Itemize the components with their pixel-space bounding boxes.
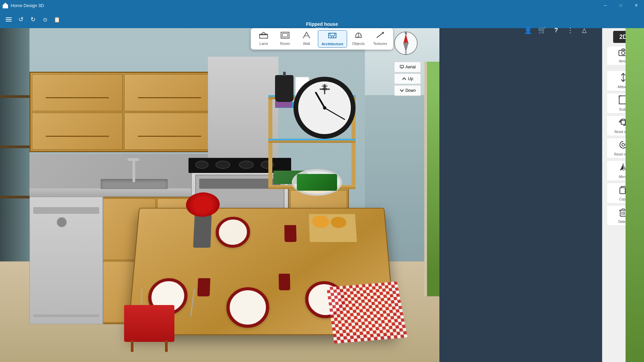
tool-textures[interactable]: Textures bbox=[370, 30, 391, 48]
veggies-plate bbox=[292, 169, 342, 196]
svg-marker-1 bbox=[2, 3, 8, 5]
outdoor-view bbox=[626, 28, 644, 362]
cup-1 bbox=[197, 278, 210, 296]
compass: N S bbox=[394, 32, 421, 58]
plate-2 bbox=[226, 287, 269, 328]
room-icon bbox=[280, 32, 290, 41]
compass-n-label: N bbox=[405, 32, 407, 35]
left-shelf-1 bbox=[0, 95, 30, 98]
compass-s-label: S bbox=[405, 51, 407, 55]
aerial-button[interactable]: Aerial bbox=[394, 62, 421, 72]
main-3d-view[interactable]: N S Aerial Up Down bbox=[0, 28, 439, 362]
app-icon bbox=[2, 2, 9, 9]
cabinet-door-3 bbox=[32, 113, 123, 150]
cabinet-door-1 bbox=[32, 74, 123, 111]
tool-land-label: Land bbox=[260, 42, 268, 46]
blue-shelf-accent-2 bbox=[268, 139, 356, 140]
land-icon bbox=[259, 32, 268, 41]
svg-marker-28 bbox=[620, 164, 623, 171]
paste-button[interactable]: 📋 bbox=[52, 14, 62, 25]
window-right bbox=[424, 62, 439, 296]
wall-icon bbox=[302, 32, 311, 41]
tool-architecture[interactable]: Architecture bbox=[318, 30, 347, 48]
users-button[interactable]: 👤 bbox=[522, 24, 534, 36]
cup-2 bbox=[279, 274, 290, 290]
upper-cabinets bbox=[30, 72, 217, 152]
tool-room[interactable]: Room bbox=[275, 30, 295, 48]
tool-wall[interactable]: Wall bbox=[297, 30, 317, 48]
tool-architecture-label: Architecture bbox=[322, 42, 343, 46]
undo-button[interactable]: ↺ bbox=[15, 14, 26, 25]
tool-objects-label: Objects bbox=[352, 42, 365, 46]
cart-button[interactable]: 🛒 bbox=[536, 24, 548, 36]
svg-line-13 bbox=[377, 33, 383, 38]
center-toolbar: Land Room Wall Architecture bbox=[251, 28, 393, 50]
objects-icon bbox=[354, 32, 363, 41]
red-stool bbox=[124, 305, 174, 342]
main-toolbar: ↺ ↻ ⊙ 📋 Flipped house 2763 ft² 👤 🛒 ? ⋮ △ bbox=[0, 11, 644, 28]
aerial-label: Aerial bbox=[406, 65, 416, 69]
svg-point-18 bbox=[622, 51, 625, 55]
expand-button[interactable]: △ bbox=[578, 24, 590, 36]
compass-circle: N S bbox=[394, 32, 418, 55]
minimize-button[interactable]: ─ bbox=[598, 0, 613, 11]
up-button[interactable]: Up bbox=[394, 73, 421, 84]
app-title: Home Design 3D bbox=[11, 3, 44, 8]
architecture-icon bbox=[328, 32, 337, 41]
3d-scene: N S Aerial Up Down bbox=[0, 28, 439, 362]
svg-rect-0 bbox=[3, 5, 8, 8]
more-options-button[interactable]: ⋮ bbox=[564, 24, 576, 36]
svg-point-14 bbox=[382, 32, 384, 34]
cabinet-door-4 bbox=[124, 113, 215, 150]
title-bar-controls: ─ □ ✕ bbox=[598, 0, 644, 11]
plate-4 bbox=[215, 217, 250, 248]
svg-rect-5 bbox=[282, 34, 288, 37]
tool-room-label: Room bbox=[280, 42, 290, 46]
svg-point-26 bbox=[622, 143, 625, 146]
menu-button[interactable] bbox=[3, 14, 14, 25]
project-name: Flipped house bbox=[306, 21, 338, 27]
tool-textures-label: Textures bbox=[373, 42, 387, 46]
history-button[interactable]: ⊙ bbox=[40, 14, 50, 25]
kettle bbox=[275, 75, 293, 102]
toolbar-left: ↺ ↻ ⊙ 📋 bbox=[3, 14, 62, 25]
fruit-1 bbox=[312, 216, 329, 228]
svg-rect-25 bbox=[621, 120, 625, 124]
down-button[interactable]: Down bbox=[394, 85, 421, 96]
redo-button[interactable]: ↻ bbox=[28, 14, 38, 25]
knife-1 bbox=[190, 289, 195, 317]
svg-rect-8 bbox=[330, 33, 335, 36]
close-button[interactable]: ✕ bbox=[629, 0, 644, 11]
flowers bbox=[185, 192, 220, 217]
faucet-head bbox=[127, 158, 139, 161]
up-label: Up bbox=[408, 76, 413, 81]
left-shelf-2 bbox=[0, 145, 30, 148]
checkered-cloth bbox=[326, 282, 408, 344]
wall-clock bbox=[293, 77, 356, 139]
tool-objects[interactable]: Objects bbox=[348, 30, 369, 48]
hamburger-icon bbox=[4, 16, 13, 23]
toolbar-right-icons: 👤 🛒 ? ⋮ △ bbox=[522, 21, 594, 39]
textures-icon bbox=[375, 32, 385, 41]
help-button[interactable]: ? bbox=[550, 24, 562, 36]
svg-marker-16 bbox=[401, 68, 402, 69]
cup-3 bbox=[284, 225, 297, 242]
tool-land[interactable]: Land bbox=[254, 30, 274, 48]
maximize-button[interactable]: □ bbox=[613, 0, 629, 11]
dishwasher bbox=[30, 197, 103, 324]
left-shelf-3 bbox=[0, 196, 30, 198]
fruit-2 bbox=[330, 217, 346, 228]
down-label: Down bbox=[406, 88, 416, 93]
tool-wall-label: Wall bbox=[303, 42, 310, 46]
title-bar: Home Design 3D ─ □ ✕ bbox=[0, 0, 644, 11]
svg-rect-15 bbox=[400, 65, 404, 68]
cabinet-door-2 bbox=[124, 74, 215, 111]
faucet bbox=[132, 159, 135, 182]
camera-controls: Aerial Up Down bbox=[394, 62, 421, 96]
svg-rect-31 bbox=[620, 188, 625, 194]
